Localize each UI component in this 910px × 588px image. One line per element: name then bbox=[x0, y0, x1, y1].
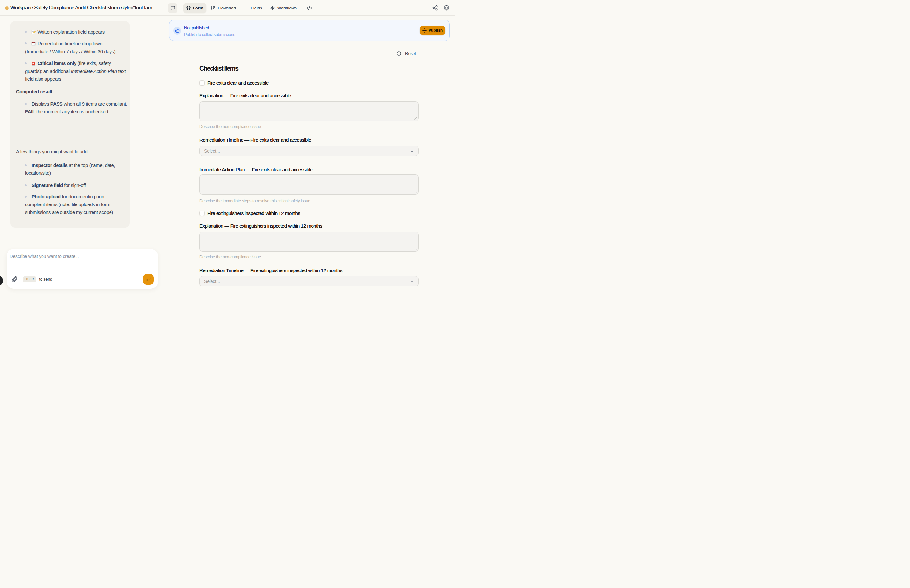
svg-text:17: 17 bbox=[32, 44, 34, 45]
